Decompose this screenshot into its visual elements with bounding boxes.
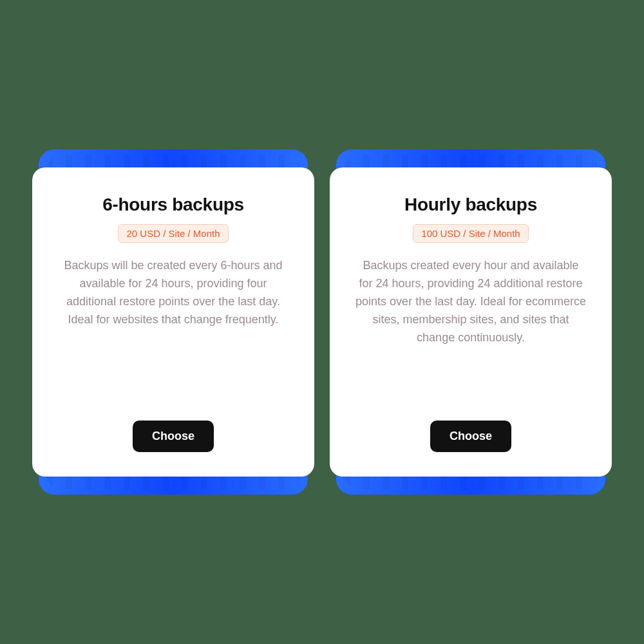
plan-card-6hours: 6-hours backups 20 USD / Site / Month Ba…	[32, 167, 314, 477]
plan-description: Backups created every hour and available…	[355, 257, 587, 346]
choose-button[interactable]: Choose	[430, 421, 511, 452]
choose-button[interactable]: Choose	[133, 421, 214, 452]
plan-card-hourly: Hourly backups 100 USD / Site / Month Ba…	[330, 167, 612, 477]
plan-price-badge: 100 USD / Site / Month	[413, 224, 528, 243]
plan-title: 6-hours backups	[102, 194, 244, 215]
backup-plans-row: 6-hours backups 20 USD / Site / Month Ba…	[32, 167, 612, 477]
plan-card: 6-hours backups 20 USD / Site / Month Ba…	[32, 167, 314, 477]
plan-card: Hourly backups 100 USD / Site / Month Ba…	[330, 167, 612, 477]
plan-title: Hourly backups	[404, 194, 537, 215]
plan-description: Backups will be created every 6-hours an…	[57, 257, 289, 329]
plan-price-badge: 20 USD / Site / Month	[118, 224, 228, 243]
